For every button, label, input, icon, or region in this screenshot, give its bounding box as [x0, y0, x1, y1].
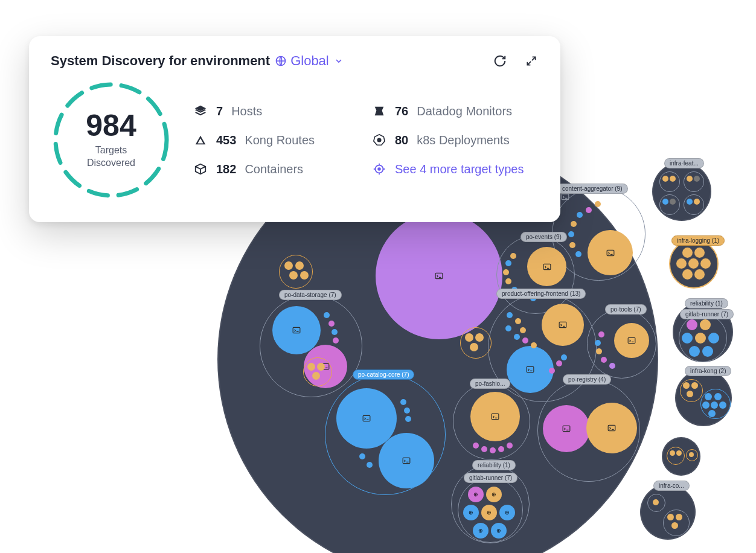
mini-group — [659, 171, 680, 192]
stat-count: 7 — [216, 104, 223, 118]
dot — [595, 201, 601, 207]
terminal-icon — [525, 365, 536, 374]
dot — [568, 231, 574, 237]
side-tag-reliability[interactable]: reliability (1) — [685, 298, 728, 308]
dot — [507, 312, 513, 318]
dot — [549, 368, 555, 374]
group-tag-po-registry[interactable]: po-registry (4) — [563, 374, 611, 385]
group-tag-po-catalog-core[interactable]: po-catalog-core (7) — [353, 369, 414, 380]
dot: ⊕ — [491, 523, 507, 539]
group-po-fashion[interactable] — [453, 383, 530, 460]
side-tag-infra-kong[interactable]: infra-kong (2) — [685, 366, 731, 376]
dot — [662, 199, 668, 205]
bubble[interactable] — [507, 346, 554, 393]
bubble[interactable] — [614, 323, 649, 358]
mini-group — [663, 510, 690, 536]
dot — [490, 447, 496, 453]
mini-group — [680, 379, 703, 402]
dot — [694, 176, 700, 182]
bubble[interactable] — [272, 306, 321, 354]
stat-label: k8s Deployments — [417, 133, 509, 147]
dot — [596, 348, 602, 354]
bubble[interactable] — [379, 433, 434, 488]
group-tag-content-aggregator[interactable]: content-aggregator (9) — [557, 184, 628, 194]
dot — [598, 331, 604, 337]
kong-icon — [193, 133, 208, 147]
group-reliability[interactable]: gitlab-runner (7) ⊕ ⊕ ⊕ ⊕ ⊕ ⊕ ⊕ — [451, 465, 530, 543]
mini-group — [667, 447, 685, 465]
targets-discovered-ring: 984 Targets Discovered — [51, 80, 171, 200]
dot — [569, 242, 575, 248]
group-po-tools[interactable] — [587, 309, 656, 379]
dot — [682, 248, 693, 258]
bubble-large-purple[interactable] — [376, 213, 502, 339]
see-more-targets-link[interactable]: See 4 more target types — [372, 162, 524, 176]
dot — [676, 514, 682, 520]
group-small-orange[interactable] — [279, 255, 313, 289]
dot — [515, 318, 521, 324]
dot — [307, 363, 315, 371]
dot — [676, 258, 687, 269]
group-tag-po-tools[interactable]: po-tools (7) — [605, 304, 647, 315]
side-cluster-small-1[interactable] — [662, 437, 700, 476]
group-tag-gitlab-runner[interactable]: gitlab-runner (7) — [464, 473, 517, 483]
group-tag-product-offering-frontend[interactable]: product-offering-frontend (13) — [496, 289, 586, 299]
dot — [695, 333, 706, 344]
group-tag-po-events[interactable]: po-events (9) — [521, 232, 567, 242]
dot — [694, 248, 705, 258]
dot — [719, 401, 726, 409]
bubble[interactable] — [588, 230, 633, 275]
svg-rect-2 — [562, 194, 569, 199]
group-tag-po-fashion[interactable]: po-fashio... — [470, 379, 510, 389]
environment-selector[interactable]: Global — [275, 53, 345, 69]
refresh-button[interactable] — [493, 54, 507, 68]
side-tag-infra-co[interactable]: infra-co... — [653, 481, 690, 491]
dot — [689, 452, 694, 457]
dot — [503, 269, 509, 275]
dot — [295, 261, 304, 270]
group-tag-reliability[interactable]: reliability (1) — [472, 460, 516, 470]
side-tag-infra-feat[interactable]: infra-feat... — [664, 158, 704, 168]
side-cluster-infra-feat[interactable]: infra-feat... — [652, 162, 711, 221]
side-cluster-reliability[interactable]: reliability (1) gitlab-runner (7) — [673, 302, 733, 362]
side-tag-infra-logging[interactable]: infra-logging (1) — [671, 235, 725, 246]
group-po-catalog-core[interactable] — [325, 374, 446, 495]
expand-button[interactable] — [524, 54, 539, 68]
dot — [689, 346, 700, 357]
bubble[interactable] — [586, 403, 637, 453]
dot — [575, 251, 581, 257]
dot — [507, 443, 513, 449]
globe-icon — [275, 55, 287, 67]
group-po-registry[interactable] — [537, 379, 640, 482]
dot — [688, 258, 699, 269]
dot — [465, 333, 473, 342]
group-small-orange-2[interactable] — [460, 327, 492, 359]
dot — [705, 393, 712, 400]
side-tag-gitlab-runner[interactable]: gitlab-runner (7) — [680, 309, 734, 319]
side-cluster-infra-logging[interactable]: infra-logging (1) — [669, 239, 719, 289]
group-small-orange-3[interactable] — [303, 357, 332, 386]
side-cluster-infra-kong[interactable]: infra-kong (2) — [675, 369, 732, 426]
mini-group — [679, 314, 727, 362]
dot — [505, 325, 511, 331]
group-tag-po-data-storage[interactable]: po-data-storage (7) — [279, 290, 342, 300]
stat-label: Hosts — [231, 104, 262, 118]
dot — [671, 522, 678, 529]
dot — [300, 271, 309, 280]
dot — [694, 269, 705, 280]
bubble[interactable] — [542, 304, 584, 346]
side-cluster-infra-co[interactable]: infra-co... — [640, 484, 696, 540]
mini-group — [686, 449, 698, 461]
dot: ⊕ — [499, 505, 515, 520]
dot — [284, 261, 293, 270]
mini-group — [700, 389, 731, 419]
dot — [687, 319, 697, 330]
container-icon — [193, 162, 208, 176]
bubble[interactable] — [527, 247, 566, 286]
bubble[interactable] — [470, 392, 520, 441]
svg-rect-0 — [435, 273, 443, 278]
group-gitlab-runner[interactable]: ⊕ ⊕ ⊕ ⊕ ⊕ ⊕ ⊕ — [458, 478, 523, 543]
dot — [702, 401, 710, 409]
bubble[interactable] — [543, 405, 590, 452]
dot — [470, 343, 478, 351]
